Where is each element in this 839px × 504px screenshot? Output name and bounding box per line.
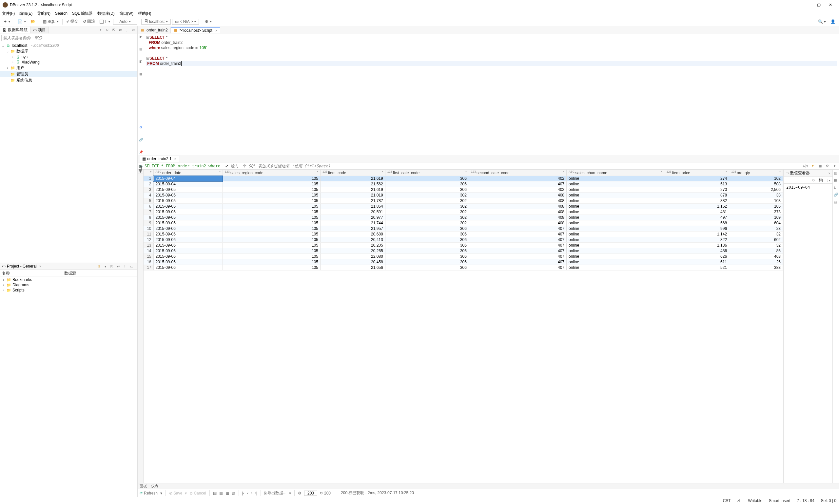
proj-col-name[interactable]: 名称 bbox=[0, 270, 62, 276]
table-row[interactable]: 92015-09-0510521,744302408online568604 bbox=[143, 220, 783, 226]
filter-apply-icon[interactable]: ▼ bbox=[810, 163, 816, 169]
vv-menu-icon[interactable]: ⋮▾ bbox=[825, 178, 831, 183]
table-row[interactable]: 142015-09-0610520,265306407online48686 bbox=[143, 248, 783, 254]
filter-run-icon[interactable]: ▶ bbox=[140, 164, 143, 168]
table-row[interactable]: 82015-09-0510520,977302408online497109 bbox=[143, 215, 783, 220]
nav-min-icon[interactable]: ▭ bbox=[131, 28, 136, 33]
maximize-button[interactable]: ▢ bbox=[813, 1, 825, 9]
tree-schema-xiaowang[interactable]: ›XiaoWang bbox=[0, 59, 137, 65]
proj-bookmarks[interactable]: ›Bookmarks bbox=[0, 277, 137, 282]
refresh-dd[interactable]: ▾ bbox=[160, 491, 162, 496]
minimize-button[interactable]: — bbox=[801, 1, 813, 9]
proj-collapse-icon[interactable]: ⇱ bbox=[109, 264, 115, 269]
bottom-vtab2[interactable]: 仪表 bbox=[149, 483, 160, 489]
menu-window[interactable]: 窗口(W) bbox=[119, 11, 134, 16]
table-row[interactable]: 32015-09-0510521,619306402online2702,506 bbox=[143, 187, 783, 193]
close-button[interactable]: ✕ bbox=[825, 1, 836, 9]
table-row[interactable]: 22015-09-0410521,562306407online513508 bbox=[143, 181, 783, 187]
sql-dropdown[interactable]: ▦ SQL bbox=[41, 18, 60, 25]
new-connection-button[interactable]: ✦ bbox=[2, 18, 12, 25]
table-row[interactable]: 152015-09-0610522,080306407online626463 bbox=[143, 254, 783, 259]
nav-new-icon[interactable]: ✦ bbox=[98, 28, 103, 33]
col-sales_chan_name[interactable]: ABCsales_chan_name bbox=[567, 169, 664, 176]
table-row[interactable]: 62015-09-0510521,864302408online1,152105 bbox=[143, 204, 783, 209]
tree-users[interactable]: ›用户 bbox=[0, 65, 137, 71]
nav-collapse-icon[interactable]: ⇱ bbox=[111, 28, 116, 33]
menu-edit[interactable]: 编辑(E) bbox=[19, 11, 32, 16]
db-navigator-tab[interactable]: 🗄 数据库导航 bbox=[0, 26, 31, 33]
add-row-icon[interactable]: ▥ bbox=[219, 491, 223, 496]
open-sql-button[interactable]: 📂 bbox=[29, 18, 37, 25]
grouping-icon[interactable]: ▦ bbox=[834, 178, 838, 183]
result-tab[interactable]: ▦ order_train2 1× bbox=[140, 156, 179, 162]
fetch-gear-icon[interactable]: ⚙ bbox=[298, 491, 301, 496]
explain-plan-icon[interactable]: ◧ bbox=[139, 59, 143, 64]
nav-menu-icon[interactable]: ⋮ bbox=[124, 28, 129, 33]
table-row[interactable]: 102015-09-0610521,957306407online99623 bbox=[143, 226, 783, 232]
nav-refresh-icon[interactable]: ↻ bbox=[105, 28, 110, 33]
col-item_code[interactable]: 123item_code bbox=[320, 169, 385, 176]
grid-vtab[interactable]: 网格 bbox=[138, 169, 143, 174]
table-row[interactable]: 12015-09-0410521,619306402online274102 bbox=[143, 176, 783, 181]
table-row[interactable]: 162015-09-0610520,458306407online61126 bbox=[143, 259, 783, 265]
filter-clear-icon[interactable]: ▦ bbox=[817, 163, 823, 169]
table-row[interactable]: 52015-09-0510521,787302408online882103 bbox=[143, 198, 783, 204]
save-button[interactable]: ⊘ Save bbox=[169, 491, 182, 496]
edit-row-icon[interactable]: ▤ bbox=[213, 491, 217, 496]
col-sales_region_code[interactable]: 123sales_region_code bbox=[223, 169, 320, 176]
expand-filter-icon[interactable]: ⤢ bbox=[225, 164, 228, 168]
proj-link-icon[interactable]: ⇄ bbox=[116, 264, 121, 269]
proj-gear-icon[interactable]: ⚙ bbox=[96, 264, 101, 269]
proj-diagrams[interactable]: ›Diagrams bbox=[0, 282, 137, 288]
menu-navigate[interactable]: 导航(N) bbox=[37, 11, 51, 16]
value-viewer-close[interactable]: × bbox=[827, 171, 831, 175]
rollback-button[interactable]: ↺ 回滚 bbox=[81, 18, 97, 25]
user-toolbar-button[interactable]: 👤 bbox=[829, 18, 837, 25]
search-toolbar-button[interactable]: 🔍 ▾ bbox=[816, 18, 827, 25]
database-selector[interactable]: ▭ < N/A > bbox=[172, 19, 199, 24]
editor-tab-order-train2[interactable]: order_train2 bbox=[138, 27, 171, 33]
editor-tab-script[interactable]: *<localhost> Script× bbox=[171, 27, 221, 33]
tree-connection[interactable]: ⌄localhost - localhost:3306 bbox=[0, 43, 137, 48]
proj-menu-icon[interactable]: ⋮ bbox=[122, 264, 127, 269]
editor-link-icon[interactable]: 🔗 bbox=[139, 138, 143, 142]
nav-link-icon[interactable]: ⇄ bbox=[118, 28, 123, 33]
result-grid[interactable]: ABCorder_date123sales_region_code123item… bbox=[143, 169, 783, 270]
first-page-icon[interactable]: |‹ bbox=[242, 491, 244, 496]
col-second_cate_code[interactable]: 123second_cate_code bbox=[469, 169, 566, 176]
meta-icon[interactable]: ▤ bbox=[834, 200, 838, 204]
vv-refresh-icon[interactable]: ↻ bbox=[811, 178, 816, 183]
prev-page-icon[interactable]: ‹ bbox=[247, 491, 248, 496]
fetch-size-input[interactable] bbox=[304, 490, 317, 496]
close-tab-icon[interactable]: × bbox=[214, 29, 217, 32]
export-button[interactable]: ⎘ 导出数据... bbox=[264, 490, 286, 496]
refs-icon[interactable]: 🔗 bbox=[834, 193, 838, 197]
dup-row-icon[interactable]: ▦ bbox=[226, 491, 229, 496]
refresh-button[interactable]: ⟳Refresh bbox=[140, 491, 158, 496]
vv-save-icon[interactable]: 💾 bbox=[818, 178, 823, 183]
proj-col-datasource[interactable]: 数据源 bbox=[62, 270, 78, 276]
commit-button[interactable]: ✔ 提交 bbox=[65, 18, 80, 25]
table-row[interactable]: 122015-09-0610520,413306407online822602 bbox=[143, 237, 783, 243]
run-script-icon[interactable]: ▤ bbox=[139, 47, 143, 52]
projects-tab[interactable]: ▭ 项目 bbox=[31, 26, 49, 33]
text-vtab[interactable]: 文本 bbox=[138, 174, 143, 178]
proj-min-icon[interactable]: ▭ bbox=[129, 264, 134, 269]
table-row[interactable]: 42015-09-0510521,019302408online87833 bbox=[143, 193, 783, 198]
table-row[interactable]: 72015-09-0510520,591302408online481373 bbox=[143, 209, 783, 215]
fetch-more-button[interactable]: ⟳ 200+ bbox=[320, 491, 333, 496]
proj-scripts[interactable]: ›Scripts bbox=[0, 288, 137, 293]
col-ord_qty[interactable]: 123ord_qty bbox=[729, 169, 783, 176]
sql-editor[interactable]: ⊟SELECT * FROM order_train2 where sales_… bbox=[144, 34, 839, 155]
tree-schema-sys[interactable]: ›sys bbox=[0, 54, 137, 59]
table-row[interactable]: 132015-09-0610520,205306407online1,13632 bbox=[143, 243, 783, 248]
col-item_price[interactable]: 123item_price bbox=[664, 169, 729, 176]
bottom-vtab1[interactable]: 面板 bbox=[138, 483, 149, 489]
table-row[interactable]: 112015-09-0610520,680306407online1,14232 bbox=[143, 232, 783, 237]
menu-help[interactable]: 帮助(H) bbox=[138, 11, 152, 16]
result-filter-input[interactable] bbox=[230, 164, 801, 168]
isolation-dropdown[interactable]: Auto bbox=[113, 19, 137, 24]
tree-databases[interactable]: ⌄数据库 bbox=[0, 48, 137, 54]
del-row-icon[interactable]: ▧ bbox=[232, 491, 235, 496]
calc-icon[interactable]: Σ bbox=[834, 185, 838, 190]
